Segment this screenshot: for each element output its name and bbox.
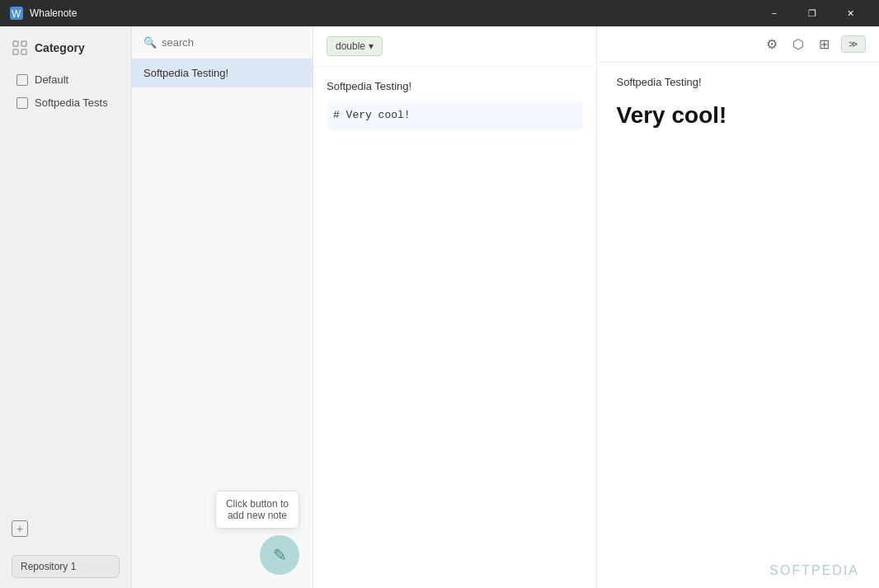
svg-rect-5 (21, 49, 26, 54)
split-view-icon: ⊞ (819, 37, 830, 51)
collapse-button[interactable]: ≫ (841, 35, 866, 53)
preview-note-title: Softpedia Testing! (617, 76, 860, 88)
add-category-icon: + (12, 520, 28, 537)
sidebar: Category Default Softpedia Tests + Repos… (0, 26, 132, 588)
editor-content: Softpedia Testing! # Very cool! (313, 67, 596, 588)
note-item-label-0: Softpedia Testing! (143, 67, 228, 79)
window-controls: − ❐ ✕ (755, 0, 869, 26)
titlebar: W Whalenote − ❐ ✕ (0, 0, 879, 26)
folder-icon-default (16, 74, 28, 86)
external-link-button[interactable]: ⬡ (789, 33, 807, 55)
collapse-icon: ≫ (848, 39, 858, 49)
settings-button[interactable]: ⚙ (763, 33, 781, 55)
mode-button[interactable]: double ▾ (327, 36, 383, 56)
svg-rect-2 (13, 41, 18, 46)
watermark-text: SOFTPEDIA (769, 563, 859, 577)
category-icon (12, 40, 28, 56)
external-link-icon: ⬡ (792, 37, 804, 51)
sidebar-items: Default Softpedia Tests (0, 64, 131, 512)
settings-icon: ⚙ (766, 37, 778, 51)
svg-text:W: W (12, 8, 21, 20)
svg-rect-4 (13, 49, 18, 54)
app-body: Category Default Softpedia Tests + Repos… (0, 26, 879, 588)
folder-icon-softpedia (16, 97, 28, 109)
editor-note-title: Softpedia Testing! (327, 80, 583, 92)
sidebar-item-softpedia-label: Softpedia Tests (35, 96, 108, 109)
editor-toolbar: double ▾ (313, 26, 596, 67)
chevron-down-icon: ▾ (369, 40, 374, 52)
preview-footer: SOFTPEDIA (597, 553, 880, 588)
repository-button[interactable]: Repository 1 (12, 555, 120, 578)
minimize-button[interactable]: − (755, 0, 793, 26)
note-item-0[interactable]: Softpedia Testing! (132, 59, 313, 87)
preview-content: Softpedia Testing! Very cool! (597, 63, 880, 553)
split-view-button[interactable]: ⊞ (816, 33, 833, 55)
add-note-area: Click button to add new note ✎ (132, 87, 313, 588)
editor-panel: double ▾ Softpedia Testing! # Very cool! (313, 26, 597, 588)
search-bar: 🔍 (132, 26, 313, 59)
tooltip-line1: Click button to (226, 498, 289, 510)
search-icon: 🔍 (143, 36, 157, 49)
add-note-icon: ✎ (273, 545, 287, 565)
add-note-button[interactable]: ✎ (260, 535, 299, 575)
sidebar-item-softpedia[interactable]: Softpedia Tests (5, 92, 126, 114)
sidebar-title: Category (35, 41, 85, 54)
app-title: Whalenote (30, 7, 755, 19)
search-input[interactable] (162, 36, 301, 49)
sidebar-header: Category (0, 26, 131, 64)
preview-toolbar: ⚙ ⬡ ⊞ ≫ (597, 26, 880, 63)
restore-button[interactable]: ❐ (793, 0, 831, 26)
sidebar-item-default-label: Default (35, 73, 68, 86)
preview-heading: Very cool! (617, 101, 860, 129)
mode-label: double (336, 40, 365, 52)
watermark: SOFTPEDIA (769, 563, 859, 578)
close-button[interactable]: ✕ (831, 0, 869, 26)
preview-panel: ⚙ ⬡ ⊞ ≫ Softpedia Testing! Very cool! SO… (597, 26, 880, 588)
add-note-tooltip: Click button to add new note (215, 491, 299, 529)
app-icon: W (10, 7, 23, 20)
add-category-area[interactable]: + (0, 512, 131, 545)
notes-panel: 🔍 Softpedia Testing! Click button to add… (132, 26, 313, 588)
sidebar-footer: Repository 1 (0, 545, 131, 588)
editor-text-area[interactable]: # Very cool! (327, 102, 583, 129)
sidebar-item-default[interactable]: Default (5, 68, 126, 91)
tooltip-line2: add new note (228, 510, 287, 521)
svg-rect-3 (21, 41, 26, 46)
